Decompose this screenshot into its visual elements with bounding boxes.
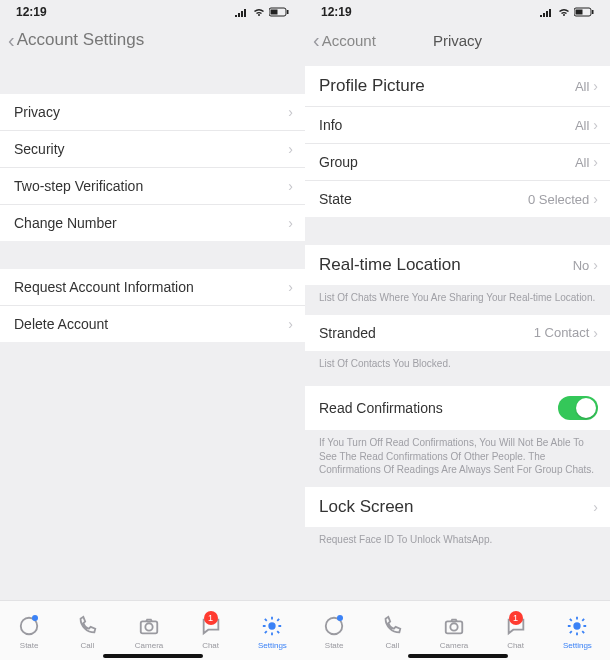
row-info[interactable]: InfoAll› xyxy=(305,107,610,144)
svg-rect-1 xyxy=(271,10,278,15)
row-change-number[interactable]: Change Number› xyxy=(0,205,305,241)
chevron-right-icon: › xyxy=(593,78,598,94)
row-two-step[interactable]: Two-step Verification› xyxy=(0,168,305,205)
chevron-right-icon: › xyxy=(593,154,598,170)
screen-account-settings: 12:19 ‹ Account Settings Privacy› Securi… xyxy=(0,0,305,660)
chevron-right-icon: › xyxy=(288,104,293,120)
caption-read: If You Turn Off Read Confirmations, You … xyxy=(305,430,610,487)
back-icon[interactable]: ‹ xyxy=(313,30,320,50)
chevron-right-icon: › xyxy=(593,499,598,515)
row-group[interactable]: GroupAll› xyxy=(305,144,610,181)
tab-chat[interactable]: 1Chat xyxy=(200,615,222,650)
row-label: Security xyxy=(14,141,65,157)
chevron-right-icon: › xyxy=(593,117,598,133)
status-time: 12:19 xyxy=(16,5,47,19)
tab-camera[interactable]: Camera xyxy=(440,615,468,650)
content-scroll[interactable]: Profile PictureAll› InfoAll› GroupAll› S… xyxy=(305,66,610,600)
nav-title: Account Settings xyxy=(17,30,145,50)
home-indicator xyxy=(103,654,203,658)
chevron-right-icon: › xyxy=(288,178,293,194)
row-security[interactable]: Security› xyxy=(0,131,305,168)
badge: 1 xyxy=(509,611,523,625)
svg-point-13 xyxy=(575,623,581,629)
nav-back-label[interactable]: Account xyxy=(322,32,376,49)
screen-privacy: 12:19 ‹ Account Privacy Profile PictureA… xyxy=(305,0,610,660)
svg-point-12 xyxy=(450,623,457,630)
battery-icon xyxy=(574,7,594,17)
tab-call[interactable]: Call xyxy=(381,615,403,650)
signal-icon xyxy=(540,7,554,17)
row-label: Info xyxy=(319,117,342,133)
svg-rect-9 xyxy=(592,10,594,14)
row-label: Request Account Information xyxy=(14,279,194,295)
svg-rect-8 xyxy=(576,10,583,15)
content-scroll[interactable]: Privacy› Security› Two-step Verification… xyxy=(0,66,305,600)
row-delete-account[interactable]: Delete Account› xyxy=(0,306,305,342)
tab-settings[interactable]: Settings xyxy=(563,615,592,650)
tab-label: State xyxy=(20,641,39,650)
tab-label: Call xyxy=(386,641,400,650)
nav-bar: ‹ Account Privacy xyxy=(305,22,610,66)
row-label: Profile Picture xyxy=(319,76,425,96)
row-read-confirmations: Read Confirmations xyxy=(305,386,610,430)
chevron-right-icon: › xyxy=(593,191,598,207)
svg-point-5 xyxy=(145,623,152,630)
row-request-info[interactable]: Request Account Information› xyxy=(0,269,305,306)
row-value: All xyxy=(575,118,589,133)
chevron-right-icon: › xyxy=(593,325,598,341)
wifi-icon xyxy=(557,7,571,17)
settings-icon xyxy=(566,615,588,639)
svg-point-6 xyxy=(270,623,276,629)
call-icon xyxy=(76,615,98,639)
tab-state[interactable]: State xyxy=(18,615,40,650)
row-value: 1 Contact xyxy=(534,325,590,340)
back-icon[interactable]: ‹ xyxy=(8,30,15,50)
tab-label: Chat xyxy=(202,641,219,650)
read-confirmations-toggle[interactable] xyxy=(558,396,598,420)
row-lock-screen[interactable]: Lock Screen› xyxy=(305,487,610,527)
tab-chat[interactable]: 1Chat xyxy=(505,615,527,650)
tab-state[interactable]: State xyxy=(323,615,345,650)
row-realtime-location[interactable]: Real-time LocationNo› xyxy=(305,245,610,285)
camera-icon xyxy=(443,615,465,639)
camera-icon xyxy=(138,615,160,639)
row-label: Read Confirmations xyxy=(319,400,443,416)
tab-camera[interactable]: Camera xyxy=(135,615,163,650)
tab-label: Call xyxy=(81,641,95,650)
row-stranded[interactable]: Stranded1 Contact› xyxy=(305,315,610,351)
row-value: All xyxy=(575,155,589,170)
tab-label: Chat xyxy=(507,641,524,650)
tab-bar: StateCallCamera1ChatSettings xyxy=(0,600,305,660)
caption-lock: Request Face ID To Unlock WhatsApp. xyxy=(305,527,610,557)
row-label: Lock Screen xyxy=(319,497,414,517)
row-state[interactable]: State0 Selected› xyxy=(305,181,610,217)
chevron-right-icon: › xyxy=(288,215,293,231)
row-profile-picture[interactable]: Profile PictureAll› xyxy=(305,66,610,107)
wifi-icon xyxy=(252,7,266,17)
tab-settings[interactable]: Settings xyxy=(258,615,287,650)
row-label: State xyxy=(319,191,352,207)
row-value: All xyxy=(575,79,589,94)
tab-call[interactable]: Call xyxy=(76,615,98,650)
row-label: Group xyxy=(319,154,358,170)
state-icon xyxy=(18,615,40,639)
tab-bar: StateCallCamera1ChatSettings xyxy=(305,600,610,660)
row-label: Privacy xyxy=(14,104,60,120)
tab-label: Camera xyxy=(135,641,163,650)
tab-label: Settings xyxy=(563,641,592,650)
chat-icon: 1 xyxy=(505,615,527,639)
home-indicator xyxy=(408,654,508,658)
caption-stranded: List Of Contacts You Blocked. xyxy=(305,351,610,381)
row-privacy[interactable]: Privacy› xyxy=(0,94,305,131)
status-bar: 12:19 xyxy=(0,0,305,22)
tab-label: State xyxy=(325,641,344,650)
status-indicators xyxy=(235,7,289,17)
row-label: Change Number xyxy=(14,215,117,231)
nav-bar: ‹ Account Settings xyxy=(0,22,305,66)
state-icon xyxy=(323,615,345,639)
row-label: Delete Account xyxy=(14,316,108,332)
chevron-right-icon: › xyxy=(288,316,293,332)
chevron-right-icon: › xyxy=(593,257,598,273)
row-label: Stranded xyxy=(319,325,376,341)
badge: 1 xyxy=(204,611,218,625)
